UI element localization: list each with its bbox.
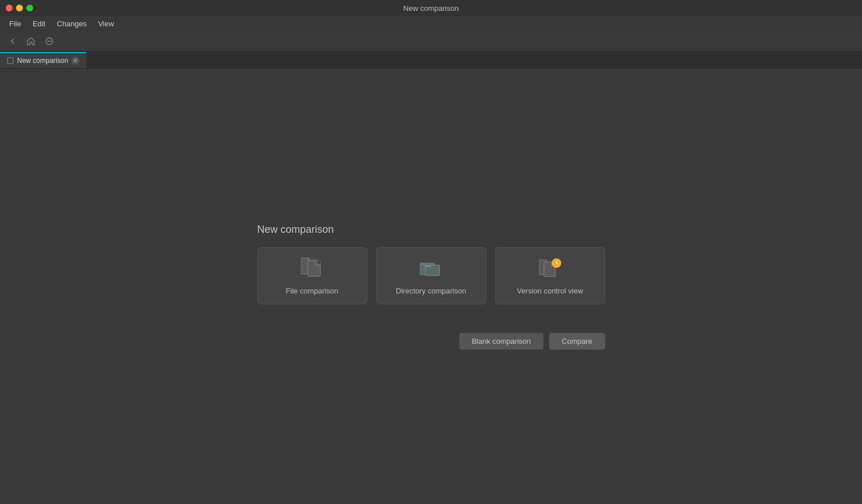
minus-icon xyxy=(45,37,53,45)
tabs-bar: New comparison ✕ xyxy=(0,51,862,69)
card-directory-label: Directory comparison xyxy=(396,287,466,295)
card-version-label: Version control view xyxy=(517,287,583,295)
back-icon xyxy=(9,37,17,45)
directory-comparison-icon xyxy=(420,256,443,281)
home-button[interactable] xyxy=(23,33,39,49)
title-bar: New comparison xyxy=(0,0,862,16)
window-title: New comparison xyxy=(403,4,459,13)
card-file-label: File comparison xyxy=(286,287,339,295)
section-title: New comparison xyxy=(257,224,334,236)
toolbar xyxy=(0,31,862,51)
main-content: New comparison File comparison xyxy=(0,69,862,504)
back-button[interactable] xyxy=(5,33,21,49)
menu-changes[interactable]: Changes xyxy=(52,18,91,29)
tab-icon xyxy=(7,57,14,64)
file-comparison-icon xyxy=(301,256,324,281)
menu-bar: File Edit Changes View xyxy=(0,16,862,31)
svg-rect-1 xyxy=(7,58,13,64)
card-directory-comparison[interactable]: Directory comparison xyxy=(376,247,486,304)
menu-edit[interactable]: Edit xyxy=(28,18,50,29)
compare-button[interactable]: Compare xyxy=(549,333,605,350)
tab-label: New comparison xyxy=(17,57,68,65)
menu-file[interactable]: File xyxy=(5,18,26,29)
comparison-options: File comparison Directory comparison xyxy=(257,247,605,304)
minimize-button[interactable] xyxy=(16,5,23,11)
version-control-icon xyxy=(539,256,562,281)
card-version-control[interactable]: Version control view xyxy=(495,247,605,304)
card-file-comparison[interactable]: File comparison xyxy=(257,247,367,304)
menu-view[interactable]: View xyxy=(93,18,118,29)
blank-comparison-button[interactable]: Blank comparison xyxy=(459,333,543,350)
home-icon xyxy=(26,37,35,46)
new-comparison-container: New comparison File comparison xyxy=(257,224,605,350)
close-button[interactable] xyxy=(6,5,13,11)
tab-new-comparison[interactable]: New comparison ✕ xyxy=(0,52,86,68)
bottom-actions: Blank comparison Compare xyxy=(459,333,605,350)
window-controls xyxy=(6,5,33,11)
maximize-button[interactable] xyxy=(26,5,33,11)
remove-button[interactable] xyxy=(41,33,57,49)
tab-close-button[interactable]: ✕ xyxy=(71,57,80,65)
